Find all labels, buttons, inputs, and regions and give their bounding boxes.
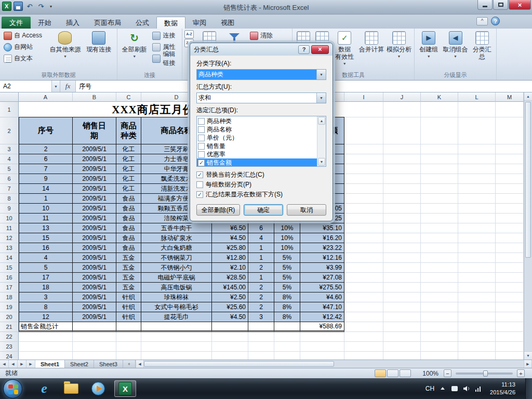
cell[interactable] [300, 342, 344, 352]
cell[interactable]: 2009/5/1 [73, 263, 116, 273]
cell[interactable] [496, 204, 524, 214]
cell[interactable]: 2009/5/1 [73, 214, 116, 223]
cell[interactable] [421, 194, 458, 204]
cell[interactable]: 针织 [116, 312, 141, 322]
cell[interactable] [421, 292, 458, 302]
cell[interactable] [421, 332, 458, 342]
cell[interactable]: 5 [19, 263, 73, 273]
help-button[interactable]: ? [491, 17, 500, 25]
zoom-out-button[interactable]: − [444, 369, 451, 377]
cell[interactable]: 食品 [116, 223, 141, 233]
table-header-销售日期[interactable]: 销售日期 [73, 117, 116, 144]
total-amount-cell[interactable]: ¥588.69 [300, 322, 344, 332]
tab-插入[interactable]: 插入 [59, 17, 87, 29]
tab-审阅[interactable]: 审阅 [185, 17, 214, 29]
cell[interactable]: ¥47.10 [300, 302, 344, 312]
cell[interactable] [458, 164, 496, 174]
tab-视图[interactable]: 视图 [214, 17, 242, 29]
cell[interactable] [458, 352, 496, 360]
option-checkbox[interactable]: ✓ [196, 191, 203, 198]
list-scrollbar[interactable]: ▲ ▼ [317, 116, 326, 166]
cell[interactable] [496, 144, 524, 154]
scroll-up-icon[interactable]: ▲ [524, 92, 532, 101]
cell[interactable] [496, 253, 524, 263]
scroll-right-icon[interactable]: ▶ [524, 360, 532, 368]
undo-button[interactable]: ↶ [25, 2, 34, 11]
cell[interactable] [458, 233, 496, 243]
data-validation-button[interactable]: ✓ 数据 有效性 ▼ [332, 30, 357, 66]
cell[interactable] [344, 144, 383, 154]
cell[interactable] [383, 302, 421, 312]
cell[interactable] [383, 174, 421, 184]
cell[interactable] [344, 332, 383, 342]
cell[interactable]: ¥35.10 [300, 223, 344, 233]
cell[interactable] [421, 154, 458, 164]
cell[interactable]: 高压电饭锅 [141, 283, 212, 292]
cell[interactable]: 9 [19, 174, 73, 184]
row-header-7[interactable]: 7 [0, 184, 19, 194]
column-header-B[interactable]: B [73, 92, 116, 102]
insert-function-button[interactable]: fx [60, 81, 76, 92]
save-button[interactable] [14, 2, 23, 11]
cell[interactable] [19, 332, 73, 342]
cell[interactable] [383, 204, 421, 214]
normal-view-button[interactable] [375, 369, 386, 377]
cell[interactable]: 5% [274, 273, 300, 283]
cell[interactable] [73, 332, 116, 342]
item-checkbox[interactable] [198, 151, 205, 158]
cell[interactable] [116, 342, 141, 352]
cell[interactable] [458, 214, 496, 223]
cell[interactable] [421, 233, 458, 243]
dialog-title-bar[interactable]: 分类汇总 ? × [190, 43, 332, 56]
taskbar-media-player-button[interactable] [87, 380, 109, 397]
cell[interactable]: 2009/5/1 [73, 223, 116, 233]
cell[interactable]: 五金 [116, 263, 141, 273]
subtotal-item-优惠率[interactable]: 优惠率 [197, 150, 317, 158]
edit-links-button[interactable]: 编辑链接 [151, 53, 180, 64]
cell[interactable] [421, 312, 458, 322]
cell[interactable] [421, 102, 458, 117]
cell[interactable] [344, 233, 383, 243]
cell[interactable] [421, 214, 458, 223]
cell[interactable] [383, 332, 421, 342]
cell[interactable] [458, 184, 496, 194]
subtotal-item-单价（元）[interactable]: 单价（元） [197, 134, 317, 142]
row-header-1[interactable]: 1 [0, 102, 19, 117]
cell[interactable] [458, 312, 496, 322]
tab-页面布局[interactable]: 页面布局 [87, 17, 128, 29]
cell[interactable] [344, 322, 383, 332]
cell[interactable]: 16 [19, 243, 73, 253]
cell[interactable]: 针织 [116, 302, 141, 312]
cell[interactable]: 2009/5/1 [73, 154, 116, 164]
cell[interactable] [421, 283, 458, 292]
group-button[interactable]: ▶ 创建组 ▼ [417, 30, 441, 59]
total-label-cell[interactable]: 销售金额总计 [19, 322, 73, 332]
row-header-21[interactable]: 21 [0, 322, 19, 332]
cell[interactable] [496, 174, 524, 184]
page-break-view-button[interactable] [400, 369, 411, 377]
cell[interactable]: ¥4.50 [212, 312, 248, 322]
cell[interactable] [344, 352, 383, 360]
item-checkbox[interactable] [198, 143, 205, 150]
cell[interactable]: 5% [274, 283, 300, 292]
row-header-14[interactable]: 14 [0, 253, 19, 263]
column-header-C[interactable]: C [116, 92, 141, 102]
name-box-dropdown[interactable]: ▼ [52, 81, 60, 92]
tab-数据[interactable]: 数据 [156, 17, 185, 29]
cell[interactable] [344, 312, 383, 322]
cell[interactable] [344, 253, 383, 263]
row-header-22[interactable]: 22 [0, 332, 19, 342]
cell[interactable]: ¥12.42 [300, 312, 344, 322]
cell[interactable]: 2009/5/1 [73, 194, 116, 204]
cell[interactable]: ¥4.50 [212, 233, 248, 243]
cell[interactable]: 2 [19, 144, 73, 154]
cell[interactable] [383, 243, 421, 253]
cell[interactable]: ¥25.60 [212, 302, 248, 312]
cell[interactable] [300, 332, 344, 342]
tab-公式[interactable]: 公式 [128, 17, 156, 29]
cell[interactable] [458, 332, 496, 342]
language-indicator[interactable]: CH [425, 385, 434, 392]
cell[interactable] [496, 164, 524, 174]
cell[interactable] [344, 214, 383, 223]
minimize-ribbon-button[interactable]: ^ [476, 17, 488, 25]
